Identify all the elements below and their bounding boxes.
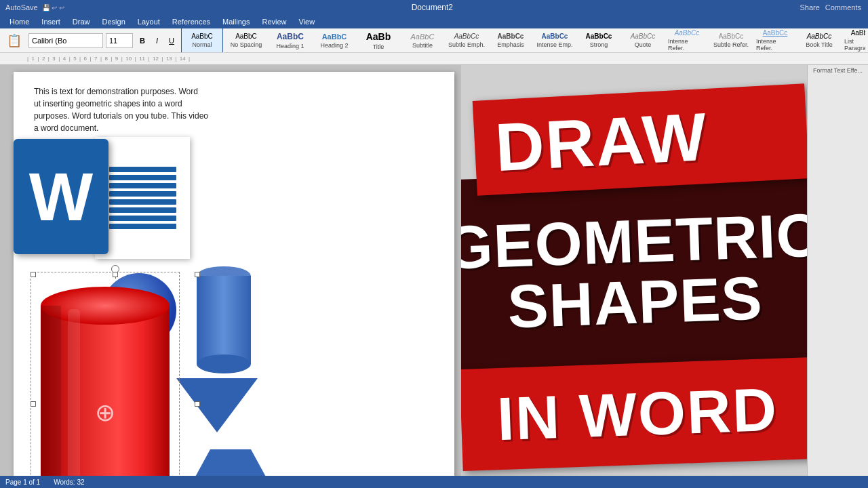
right-panel: Icons Format Text Effe... [807,53,868,488]
share-button[interactable]: Share [800,3,819,12]
word-count: Words: 32 [54,479,84,486]
style-title[interactable]: AaBb Title [357,28,399,53]
handle-tm[interactable] [113,272,118,277]
menu-home[interactable]: Home [4,16,35,27]
title-bar-actions: Share Comments [800,3,868,12]
underline-btn[interactable]: U [165,32,178,49]
word-w-letter: W [29,163,93,230]
draw-banner: DRAW [473,83,807,195]
bold-btn[interactable]: B [136,32,149,49]
style-book-title[interactable]: AaBbCc Book Title [798,28,840,53]
handle-tl[interactable] [31,272,36,277]
status-bar: Page 1 of 1 Words: 32 [0,476,868,488]
shapes-text: SHAPES [507,267,764,337]
menu-bar: Home Insert Draw Design Layout Reference… [0,15,868,28]
ribbon-area: AutoSave 💾 ↩ ↩ Document2 Share Comments … [0,0,868,53]
geometric-banner: GEOMETRIC SHAPES [461,167,807,376]
title-bar: AutoSave 💾 ↩ ↩ Document2 Share Comments [0,0,868,15]
menu-draw[interactable]: Draw [67,16,96,27]
style-list-para[interactable]: AaBbCc List Paragraph [842,28,865,53]
comments-button[interactable]: Comments [825,3,861,12]
menu-insert[interactable]: Insert [36,16,66,27]
handle-tr[interactable] [195,272,200,277]
handle-mr[interactable] [195,401,200,407]
style-nospacing[interactable]: AaBbC No Spacing [225,28,267,53]
style-emphasis[interactable]: AaBbCc Emphasis [490,28,532,53]
right-content-area: DRAW GEOMETRIC SHAPES IN WORD [461,65,807,488]
style-intense-ref2[interactable]: AaBbCc Intense Refer. [754,28,796,53]
red-cylinder-svg: ⊕ [31,272,180,488]
page-info: Page 1 of 1 [5,479,40,486]
clipboard-btn[interactable]: 📋 [3,32,26,49]
style-gallery: AaBbC Normal AaBbC No Spacing AaBbC Head… [181,28,865,53]
svg-rect-4 [68,309,80,488]
style-quote[interactable]: AaBbCc Quote [622,28,664,53]
menu-references[interactable]: References [167,16,216,27]
menu-view[interactable]: View [294,16,321,27]
menu-layout[interactable]: Layout [132,16,165,27]
menu-mailings[interactable]: Mailings [217,16,255,27]
font-size-input[interactable] [106,33,133,48]
style-subtitle[interactable]: AaBbC Subtitle [401,28,443,53]
style-h2[interactable]: AaBbC Heading 2 [313,28,355,53]
style-subtle-em[interactable]: AaBbCc Subtle Emph. [446,28,488,53]
style-h1[interactable]: AaBbC Heading 1 [269,28,311,53]
handle-ml[interactable] [31,401,36,407]
menu-design[interactable]: Design [97,16,131,27]
ruler: | 1 | 2 | 3 | 4 | 5 | 6 | 7 | 8 | 9 | 10… [0,53,868,65]
style-subtle-ref[interactable]: AaBbCc Subtle Refer. [710,28,752,53]
svg-rect-3 [41,306,61,488]
style-strong[interactable]: AaBbCc Strong [578,28,620,53]
style-intense-em[interactable]: AaBbCc Intense Emp. [534,28,576,53]
draw-text: DRAW [494,102,709,181]
word-doc-icon [95,137,190,259]
word-logo-overlay: W [14,130,214,262]
save-icons: 💾 ↩ ↩ [42,4,65,12]
format-panel-label[interactable]: Format Text Effe... [813,67,863,74]
svg-text:⊕: ⊕ [95,399,115,426]
toolbar-row: 📋 B I U AaBbC Normal AaBbC No Spacing Aa… [0,28,868,53]
document-title: Document2 [64,3,800,12]
font-name-input[interactable] [28,33,103,48]
inword-banner: IN WORD [461,357,807,471]
autosave-label: AutoSave [5,3,38,12]
red-cylinder-container[interactable]: ⊕ [20,262,210,488]
style-intense-ref[interactable]: AaBbCc Intense Refer. [666,28,708,53]
word-logo-bg: W [14,139,108,254]
inword-text: IN WORD [496,374,778,453]
menu-review[interactable]: Review [256,16,292,27]
style-normal[interactable]: AaBbC Normal [181,28,223,53]
italic-btn[interactable]: I [152,32,162,49]
page-text: This is text for demonstration purposes.… [34,85,427,134]
